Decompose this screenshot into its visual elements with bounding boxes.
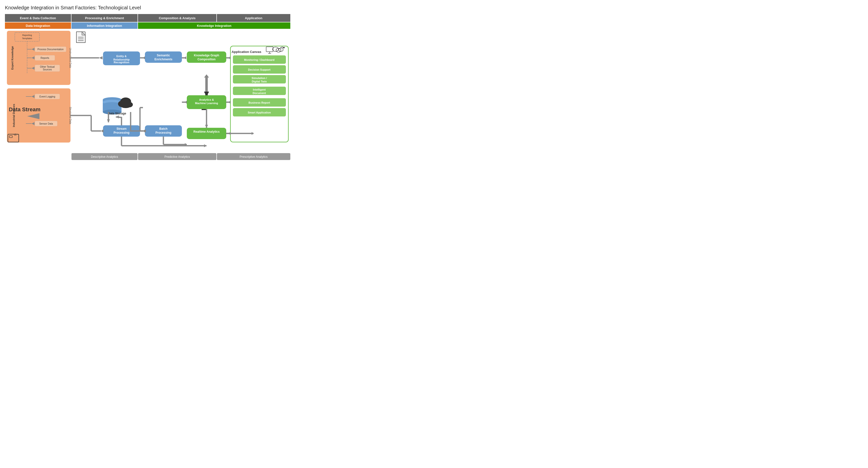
main-diagram: Event & Data Collection Processing & Enr… — [5, 14, 291, 172]
data-storage: Data Storage — [108, 112, 126, 115]
predictive-analytics: Predictive Analytics — [164, 155, 190, 159]
expert-knowledge-label: Expert Knowledge — [11, 46, 14, 70]
smart-application: Smart Application — [248, 111, 271, 114]
other-textual-sources-2: Sources — [43, 68, 52, 71]
svg-rect-65 — [205, 77, 208, 92]
app-canvas-title: Application Canvas — [232, 50, 261, 54]
semantic-enrichments: Semantic — [157, 54, 170, 57]
svg-marker-109 — [204, 144, 207, 147]
svg-marker-111 — [252, 132, 254, 135]
reports: Reports — [40, 57, 49, 59]
intelligent-document-2: Document — [253, 92, 266, 95]
svg-point-48 — [120, 103, 131, 108]
batch-processing-2: Processing — [156, 131, 172, 134]
prescriptive-analytics: Prescriptive Analytics — [240, 155, 268, 159]
realtime-analytics: Realtime Analytics — [193, 130, 220, 133]
analytics-ml: Analytics & — [199, 98, 214, 101]
svg-rect-85 — [266, 47, 273, 52]
analytics-ml-2: Machine Learning — [195, 102, 218, 105]
entity-recognition-3: Recognition — [114, 61, 129, 64]
svg-rect-62 — [187, 52, 226, 63]
business-report: Business Report — [248, 101, 270, 104]
col-header-2: Processing & Enrichment — [85, 16, 124, 20]
sensor-data: Sensor Data — [39, 122, 53, 125]
svg-marker-56 — [107, 120, 110, 122]
process-documentation: Process Documentation — [37, 48, 64, 51]
knowledge-graph: Knowledge Graph — [194, 54, 219, 57]
intelligent-document-1: Intelligent — [253, 88, 266, 91]
integration-info: Information Integration — [87, 24, 122, 28]
svg-point-88 — [273, 47, 278, 52]
svg-marker-83 — [205, 125, 208, 128]
batch-processing: Batch — [159, 127, 167, 131]
event-logging: Event Logging — [39, 95, 55, 98]
svg-marker-55 — [116, 115, 119, 119]
stream-processing: Stream — [117, 127, 127, 131]
knowledge-graph-2: Composition — [197, 58, 215, 61]
integration-knowledge: Knowledge Integration — [197, 24, 231, 28]
descriptive-analytics: Descriptive Analytics — [91, 155, 118, 159]
stream-processing-2: Processing — [114, 131, 130, 134]
other-textual-sources-1: Other Textual — [40, 65, 55, 68]
svg-rect-57 — [145, 52, 182, 63]
col-header-1: Event & Data Collection — [20, 16, 56, 20]
svg-marker-38 — [99, 56, 102, 59]
svg-marker-54 — [101, 130, 103, 132]
svg-rect-78 — [187, 128, 226, 139]
semantic-enrichments-2: Enrichments — [155, 58, 173, 61]
page-title: Knowledge Integration in Smart Factories… — [5, 5, 291, 10]
decision-support: Decision Support — [248, 68, 270, 71]
svg-marker-75 — [204, 92, 209, 95]
reporting-templates: Reporting — [22, 34, 32, 36]
integration-data: Data Integration — [26, 24, 50, 28]
simulation-digital-twin-2: Digital Twin — [252, 80, 267, 83]
monitoring-dashboard: Monitoring / Dashboard — [244, 58, 274, 61]
reporting-templates-2: Templates — [22, 37, 32, 40]
data-stream: Data Stream — [9, 106, 40, 112]
simulation-digital-twin-1: Simulation / — [252, 76, 267, 79]
svg-marker-91 — [282, 47, 285, 48]
entity-recognition: Entity & — [116, 55, 127, 58]
col-header-3: Composition & Analysis — [159, 16, 195, 20]
col-header-4: Application — [245, 16, 262, 20]
svg-marker-63 — [204, 74, 209, 77]
